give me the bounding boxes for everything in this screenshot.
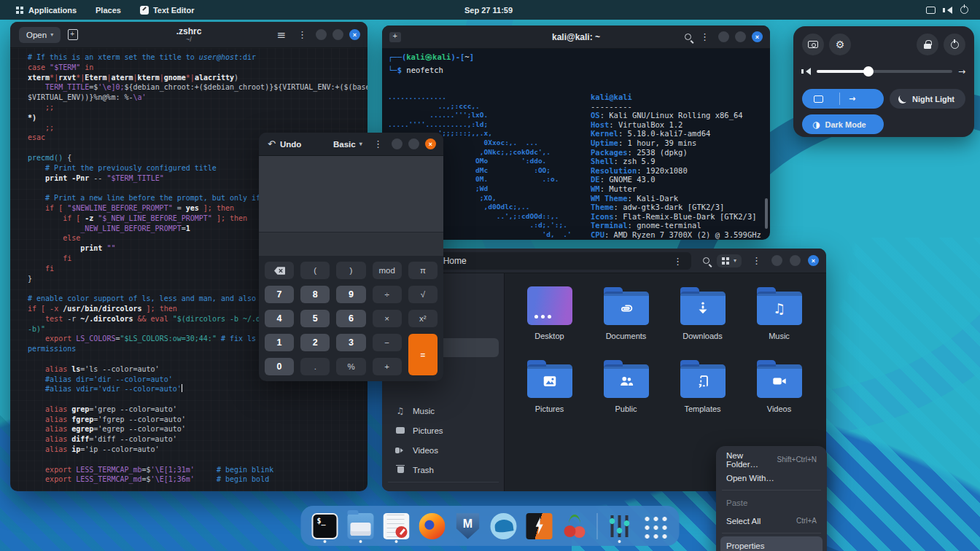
dock-cherrytree[interactable]	[561, 509, 589, 544]
close-button[interactable]: ×	[808, 255, 819, 266]
calc-key-4[interactable]: 4	[265, 310, 294, 327]
volume-expand-icon[interactable]: →	[958, 66, 965, 77]
minimize-button[interactable]	[392, 138, 402, 149]
menu-item-select-all[interactable]: Select AllCtrl+A	[720, 512, 822, 530]
night-light-toggle[interactable]: Night Light	[890, 89, 965, 109]
new-tab-icon[interactable]	[389, 32, 401, 42]
settings-button[interactable]: ⚙	[829, 34, 851, 55]
path-bar[interactable]: ⌂ Home ⋮	[427, 252, 691, 270]
terminal-header[interactable]: kali@kali: ~ ⋮ ×	[382, 26, 770, 49]
dock-wireshark[interactable]	[490, 509, 518, 544]
kebab-menu-icon[interactable]: ⋮	[697, 31, 712, 42]
volume-knob[interactable]	[863, 66, 874, 77]
calc-key-multiply[interactable]: ×	[373, 310, 402, 327]
maximize-button[interactable]	[408, 138, 419, 149]
calc-key-0[interactable]: 0	[265, 358, 294, 375]
view-toggle-button[interactable]: ▾	[717, 254, 742, 267]
calc-key-1[interactable]: 1	[265, 334, 294, 351]
folder-documents[interactable]: Documents	[588, 286, 664, 340]
dark-mode-toggle[interactable]: ◑ Dark Mode	[802, 114, 884, 134]
close-button[interactable]: ×	[425, 138, 436, 149]
calculator-entry-display[interactable]	[259, 232, 443, 256]
close-button[interactable]: ×	[752, 31, 763, 42]
calc-key-mod[interactable]: mod	[373, 262, 402, 279]
dock-burpsuite[interactable]	[526, 509, 553, 544]
calculator-header[interactable]: ↶ Undo Basic ▾ ⋮ ×	[259, 133, 443, 156]
scrollbar[interactable]	[765, 198, 768, 229]
screen-toggle-button[interactable]: →	[802, 89, 884, 109]
dock-app-grid[interactable]	[642, 509, 669, 544]
calc-key-7[interactable]: 7	[265, 286, 294, 303]
menu-item-properties[interactable]: Properties	[720, 536, 822, 551]
calc-key-equals[interactable]: =	[408, 334, 438, 375]
calc-key-3[interactable]: 3	[336, 334, 365, 351]
calc-key-9[interactable]: 9	[336, 286, 365, 303]
menu-places[interactable]: Places	[86, 0, 131, 20]
folder-music[interactable]: ♫Music	[741, 286, 817, 340]
sidebar-item-music[interactable]: ♫Music	[388, 401, 499, 421]
kebab-menu-icon[interactable]: ⋮	[295, 29, 310, 40]
screenshot-button[interactable]	[802, 34, 824, 55]
kebab-menu-icon[interactable]: ⋮	[749, 255, 764, 266]
file-manager-header[interactable]: ⌂ Home ⋮ ▾ ⋮ ×	[382, 249, 826, 273]
open-button[interactable]: Open ▾	[19, 27, 61, 43]
sidebar-item-trash[interactable]: Trash	[388, 460, 499, 480]
calc-key-close-paren[interactable]: )	[336, 262, 365, 279]
folder-videos[interactable]: Videos	[741, 359, 817, 413]
menu-item-new-folder[interactable]: New Folder…Shift+Ctrl+N	[720, 450, 822, 469]
search-icon[interactable]	[703, 257, 709, 264]
dock-metasploit[interactable]	[454, 509, 482, 544]
sidebar-item-pictures[interactable]: Pictures	[388, 421, 499, 440]
arrow-right-icon[interactable]: →	[849, 94, 855, 103]
calc-key-backspace[interactable]	[265, 262, 294, 279]
sidebar-item-videos[interactable]: Videos	[388, 440, 499, 460]
calc-key-open-paren[interactable]: (	[300, 262, 330, 279]
menu-item-paste[interactable]: Paste	[720, 493, 822, 512]
folder-downloads[interactable]: Downloads	[664, 286, 741, 340]
lock-button[interactable]	[917, 34, 938, 55]
calc-key-percent[interactable]: %	[336, 358, 365, 375]
system-status-area[interactable]	[920, 0, 974, 20]
calc-key-divide[interactable]: ÷	[373, 286, 402, 303]
text-editor-header[interactable]: Open ▾ .zshrc ~/ ≡ ⋮ ×	[10, 22, 368, 48]
calc-key-8[interactable]: 8	[300, 286, 330, 303]
calc-key-2[interactable]: 2	[300, 334, 330, 351]
maximize-button[interactable]	[735, 31, 746, 42]
menu-item-open-with[interactable]: Open With…	[720, 469, 822, 487]
volume-slider[interactable]	[817, 70, 952, 73]
maximize-button[interactable]	[790, 255, 801, 266]
focused-app-menu[interactable]: Text Editor	[131, 0, 204, 20]
undo-button[interactable]: ↶ Undo	[268, 138, 301, 149]
calc-key-x-squared[interactable]: x²	[408, 310, 438, 327]
dock-terminal[interactable]: $_	[311, 509, 339, 544]
calc-key-decimal-point[interactable]: .	[300, 358, 330, 375]
hamburger-menu-icon[interactable]: ≡	[273, 28, 289, 42]
folder-public[interactable]: Public	[588, 359, 664, 413]
new-document-icon[interactable]	[68, 29, 78, 40]
calc-key-5[interactable]: 5	[300, 310, 330, 327]
minimize-button[interactable]	[316, 29, 327, 40]
folder-templates[interactable]: Templates	[664, 359, 741, 413]
dock-tweaks[interactable]	[606, 509, 634, 544]
maximize-button[interactable]	[332, 29, 343, 40]
dock-text-editor[interactable]	[383, 509, 411, 544]
calc-key-add[interactable]: +	[373, 358, 402, 375]
minimize-button[interactable]	[771, 255, 782, 266]
mode-dropdown[interactable]: Basic ▾	[333, 140, 362, 149]
calc-key-6[interactable]: 6	[336, 310, 365, 327]
calc-key-subtract[interactable]: −	[373, 334, 402, 351]
sidebar-item-other-locations[interactable]: + Other Locations	[388, 487, 499, 491]
dock-firefox[interactable]	[419, 509, 446, 544]
dock-files[interactable]	[347, 509, 375, 544]
search-icon[interactable]	[685, 34, 691, 40]
kebab-menu-icon[interactable]: ⋮	[370, 138, 386, 149]
close-button[interactable]: ×	[349, 29, 360, 40]
clock[interactable]: Sep 27 11:59	[464, 6, 513, 15]
menu-applications[interactable]: Applications	[19, 0, 86, 20]
folder-desktop[interactable]: Desktop	[511, 286, 588, 340]
folder-pictures[interactable]: Pictures	[511, 359, 588, 413]
path-options-icon[interactable]: ⋮	[670, 256, 685, 267]
minimize-button[interactable]	[718, 31, 729, 42]
calc-key-pi[interactable]: π	[408, 262, 438, 279]
power-button[interactable]	[944, 34, 965, 55]
